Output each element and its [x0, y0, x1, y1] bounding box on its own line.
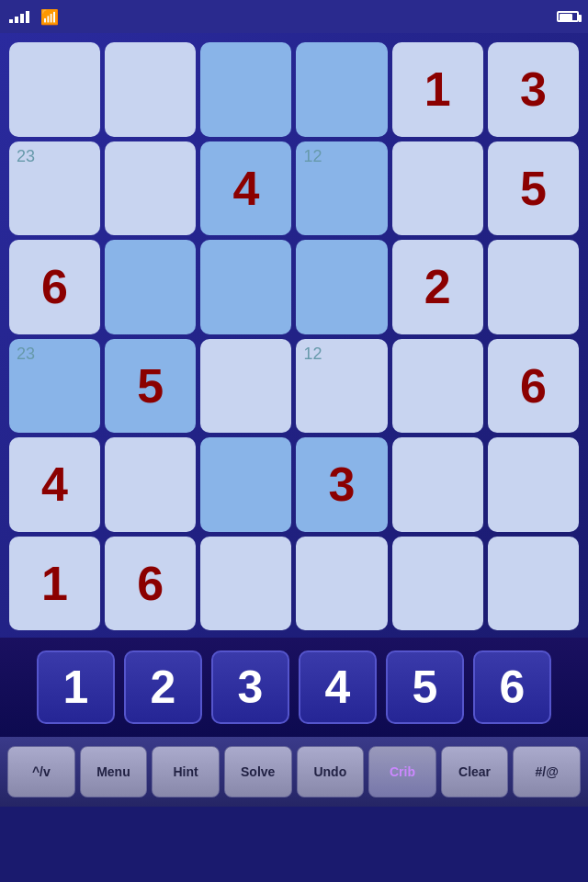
signal-icon: [9, 11, 29, 23]
numpad-btn-1[interactable]: 1: [37, 650, 115, 724]
cell-r3-c4[interactable]: [392, 339, 483, 434]
numpad-btn-3[interactable]: 3: [211, 650, 289, 724]
number-pad: 123456: [0, 638, 588, 737]
cell-value: 6: [137, 560, 164, 607]
solve-button[interactable]: Solve: [224, 746, 292, 797]
sudoku-grid: 13234125622351264316: [9, 42, 579, 630]
cell-r3-c5[interactable]: 6: [488, 339, 579, 434]
cell-r4-c5[interactable]: [488, 437, 579, 532]
grid-area: 13234125622351264316: [0, 33, 588, 638]
cell-r5-c2[interactable]: [200, 537, 291, 631]
cell-r2-c2[interactable]: [200, 240, 291, 334]
cell-r0-c1[interactable]: [105, 42, 196, 137]
cell-r1-c0[interactable]: 23: [9, 141, 100, 236]
cell-r1-c2[interactable]: 4: [200, 141, 291, 236]
cell-r3-c3[interactable]: 12: [296, 339, 387, 434]
clear-button[interactable]: Clear: [441, 746, 509, 797]
cell-r1-c1[interactable]: [105, 141, 196, 236]
cell-value: 6: [41, 263, 68, 311]
cell-r5-c3[interactable]: [296, 537, 387, 631]
cell-r5-c5[interactable]: [488, 537, 579, 631]
cell-small-hint: 12: [303, 147, 322, 166]
cell-r2-c4[interactable]: 2: [392, 240, 483, 334]
cell-value: 4: [41, 460, 68, 508]
cell-r5-c4[interactable]: [392, 537, 483, 631]
status-left: 📶: [9, 8, 59, 26]
undo-button[interactable]: Undo: [297, 746, 365, 797]
cell-r0-c5[interactable]: 3: [488, 42, 579, 137]
cell-small-hint: 23: [17, 147, 35, 166]
numpad-btn-5[interactable]: 5: [386, 650, 464, 724]
hint-button[interactable]: Hint: [152, 746, 220, 797]
cell-value: 3: [329, 460, 356, 508]
cell-r0-c4[interactable]: 1: [392, 42, 483, 137]
cell-r2-c0[interactable]: 6: [9, 240, 100, 334]
cell-r4-c0[interactable]: 4: [9, 437, 100, 532]
cell-r5-c0[interactable]: 1: [9, 537, 100, 631]
cell-r4-c1[interactable]: [105, 437, 196, 532]
toggle-button[interactable]: ^/v: [7, 746, 75, 797]
toolbar: ^/vMenuHintSolveUndoCribClear#/@: [0, 737, 588, 807]
crib-button[interactable]: Crib: [368, 746, 436, 797]
cell-value: 5: [137, 362, 164, 410]
numpad-btn-4[interactable]: 4: [299, 650, 377, 724]
cell-r0-c0[interactable]: [9, 42, 100, 137]
cell-value: 1: [41, 560, 68, 607]
cell-r1-c3[interactable]: 12: [296, 141, 387, 236]
numpad-btn-6[interactable]: 6: [473, 650, 551, 724]
cell-r0-c2[interactable]: [200, 42, 291, 137]
cell-r2-c1[interactable]: [105, 240, 196, 334]
wifi-icon: 📶: [40, 8, 59, 26]
cell-r3-c0[interactable]: 23: [9, 339, 100, 434]
cell-r2-c3[interactable]: [296, 240, 387, 334]
cell-r0-c3[interactable]: [296, 42, 387, 137]
cell-r1-c4[interactable]: [392, 141, 483, 236]
cell-r2-c5[interactable]: [488, 240, 579, 334]
cell-value: 3: [520, 65, 547, 113]
menu-button[interactable]: Menu: [80, 746, 148, 797]
cell-value: 6: [520, 362, 547, 410]
cell-r4-c4[interactable]: [392, 437, 483, 532]
cell-r5-c1[interactable]: 6: [105, 537, 196, 631]
cell-r1-c5[interactable]: 5: [488, 141, 579, 236]
cell-value: 4: [232, 164, 259, 212]
cell-value: 1: [424, 65, 451, 113]
status-bar: 📶: [0, 0, 588, 33]
battery-icon: [557, 11, 579, 22]
cell-r3-c2[interactable]: [200, 339, 291, 434]
numpad-btn-2[interactable]: 2: [124, 650, 202, 724]
cell-r4-c3[interactable]: 3: [296, 437, 387, 532]
cell-value: 5: [520, 164, 547, 212]
cell-r3-c1[interactable]: 5: [105, 339, 196, 434]
cell-small-hint: 23: [17, 345, 35, 364]
cell-small-hint: 12: [303, 345, 322, 364]
cell-r4-c2[interactable]: [200, 437, 291, 532]
cell-value: 2: [424, 263, 451, 311]
symbol-button[interactable]: #/@: [513, 746, 581, 797]
